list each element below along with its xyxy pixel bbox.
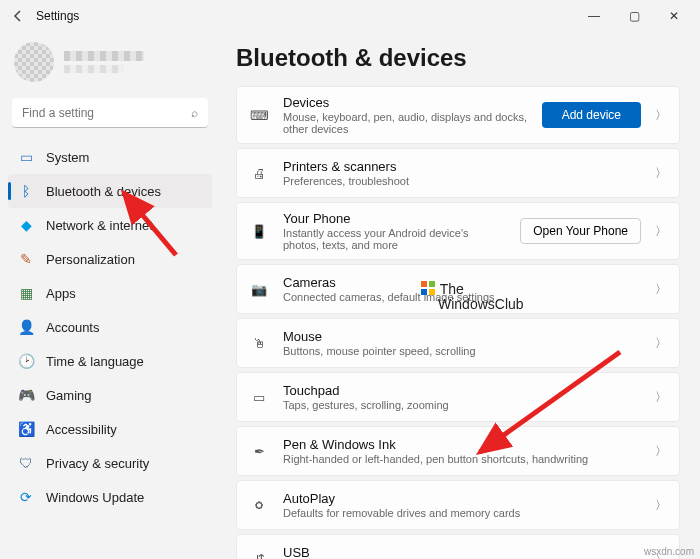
search-container: ⌕	[12, 98, 208, 128]
profile-email	[64, 65, 124, 73]
card-title: Mouse	[283, 329, 641, 344]
chevron-right-icon: 〉	[655, 107, 667, 124]
chevron-right-icon: 〉	[655, 497, 667, 514]
card-icon: ⌨	[249, 105, 269, 125]
chevron-right-icon: 〉	[655, 335, 667, 352]
card-mouse[interactable]: 🖱 Mouse Buttons, mouse pointer speed, sc…	[236, 318, 680, 368]
search-input[interactable]	[12, 98, 208, 128]
minimize-button[interactable]: —	[576, 2, 612, 30]
nav-label: Gaming	[46, 388, 92, 403]
back-button[interactable]	[8, 6, 28, 26]
profile-name	[64, 51, 144, 61]
nav-icon: 🕑	[18, 353, 34, 369]
card-icon: 🖨	[249, 163, 269, 183]
card-autoplay[interactable]: ⭘ AutoPlay Defaults for removable drives…	[236, 480, 680, 530]
nav-icon: ᛒ	[18, 183, 34, 199]
nav-label: Network & internet	[46, 218, 153, 233]
sidebar-item-network-internet[interactable]: ◆Network & internet	[8, 208, 212, 242]
card-printers-scanners[interactable]: 🖨 Printers & scanners Preferences, troub…	[236, 148, 680, 198]
nav-icon: 🎮	[18, 387, 34, 403]
card-your-phone[interactable]: 📱 Your Phone Instantly access your Andro…	[236, 202, 680, 260]
window-title: Settings	[36, 9, 79, 23]
card-subtitle: Defaults for removable drives and memory…	[283, 507, 641, 519]
search-icon: ⌕	[191, 106, 198, 120]
sidebar-item-accounts[interactable]: 👤Accounts	[8, 310, 212, 344]
chevron-right-icon: 〉	[655, 165, 667, 182]
profile-block[interactable]	[8, 36, 212, 92]
card-title: Your Phone	[283, 211, 506, 226]
open-your-phone-button[interactable]: Open Your Phone	[520, 218, 641, 244]
sidebar: ⌕ ▭SystemᛒBluetooth & devices◆Network & …	[0, 32, 220, 559]
sidebar-item-bluetooth-devices[interactable]: ᛒBluetooth & devices	[8, 174, 212, 208]
nav-label: Apps	[46, 286, 76, 301]
sidebar-item-accessibility[interactable]: ♿Accessibility	[8, 412, 212, 446]
nav-icon: ♿	[18, 421, 34, 437]
card-title: AutoPlay	[283, 491, 641, 506]
card-subtitle: Connected cameras, default image setting…	[283, 291, 641, 303]
card-subtitle: Mouse, keyboard, pen, audio, displays an…	[283, 111, 528, 135]
nav-label: Accessibility	[46, 422, 117, 437]
card-title: Cameras	[283, 275, 641, 290]
chevron-right-icon: 〉	[655, 281, 667, 298]
nav-icon: ▦	[18, 285, 34, 301]
chevron-right-icon: 〉	[655, 443, 667, 460]
card-title: Printers & scanners	[283, 159, 641, 174]
card-icon: 📷	[249, 279, 269, 299]
card-title: USB	[283, 545, 641, 559]
nav-label: Windows Update	[46, 490, 144, 505]
chevron-right-icon: 〉	[655, 223, 667, 240]
card-icon: ⇵	[249, 549, 269, 559]
nav-label: System	[46, 150, 89, 165]
sidebar-item-system[interactable]: ▭System	[8, 140, 212, 174]
sidebar-item-windows-update[interactable]: ⟳Windows Update	[8, 480, 212, 514]
nav-icon: ✎	[18, 251, 34, 267]
card-icon: ⭘	[249, 495, 269, 515]
nav-icon: ⟳	[18, 489, 34, 505]
sidebar-item-personalization[interactable]: ✎Personalization	[8, 242, 212, 276]
main-content: Bluetooth & devices ⌨ Devices Mouse, key…	[220, 32, 700, 559]
nav-icon: ◆	[18, 217, 34, 233]
sidebar-item-privacy-security[interactable]: 🛡Privacy & security	[8, 446, 212, 480]
nav-icon: ▭	[18, 149, 34, 165]
card-pen-windows-ink[interactable]: ✒ Pen & Windows Ink Right-handed or left…	[236, 426, 680, 476]
sidebar-item-time-language[interactable]: 🕑Time & language	[8, 344, 212, 378]
card-subtitle: Instantly access your Android device's p…	[283, 227, 506, 251]
chevron-right-icon: 〉	[655, 389, 667, 406]
card-subtitle: Right-handed or left-handed, pen button …	[283, 453, 641, 465]
card-icon: 📱	[249, 221, 269, 241]
card-icon: ✒	[249, 441, 269, 461]
close-button[interactable]: ✕	[656, 2, 692, 30]
nav-label: Personalization	[46, 252, 135, 267]
maximize-button[interactable]: ▢	[616, 2, 652, 30]
avatar	[14, 42, 54, 82]
card-icon: ▭	[249, 387, 269, 407]
card-title: Pen & Windows Ink	[283, 437, 641, 452]
card-cameras[interactable]: 📷 Cameras Connected cameras, default ima…	[236, 264, 680, 314]
card-title: Touchpad	[283, 383, 641, 398]
nav-label: Bluetooth & devices	[46, 184, 161, 199]
source-watermark: wsxdn.com	[644, 546, 694, 557]
sidebar-item-gaming[interactable]: 🎮Gaming	[8, 378, 212, 412]
nav-label: Accounts	[46, 320, 99, 335]
card-touchpad[interactable]: ▭ Touchpad Taps, gestures, scrolling, zo…	[236, 372, 680, 422]
card-subtitle: Buttons, mouse pointer speed, scrolling	[283, 345, 641, 357]
card-devices[interactable]: ⌨ Devices Mouse, keyboard, pen, audio, d…	[236, 86, 680, 144]
nav-icon: 👤	[18, 319, 34, 335]
nav-label: Privacy & security	[46, 456, 149, 471]
card-subtitle: Preferences, troubleshoot	[283, 175, 641, 187]
page-title: Bluetooth & devices	[236, 44, 680, 72]
nav-label: Time & language	[46, 354, 144, 369]
card-title: Devices	[283, 95, 528, 110]
add-device-button[interactable]: Add device	[542, 102, 641, 128]
card-subtitle: Taps, gestures, scrolling, zooming	[283, 399, 641, 411]
nav-icon: 🛡	[18, 455, 34, 471]
card-icon: 🖱	[249, 333, 269, 353]
sidebar-item-apps[interactable]: ▦Apps	[8, 276, 212, 310]
card-usb[interactable]: ⇵ USB Notifications, USB battery saver, …	[236, 534, 680, 559]
